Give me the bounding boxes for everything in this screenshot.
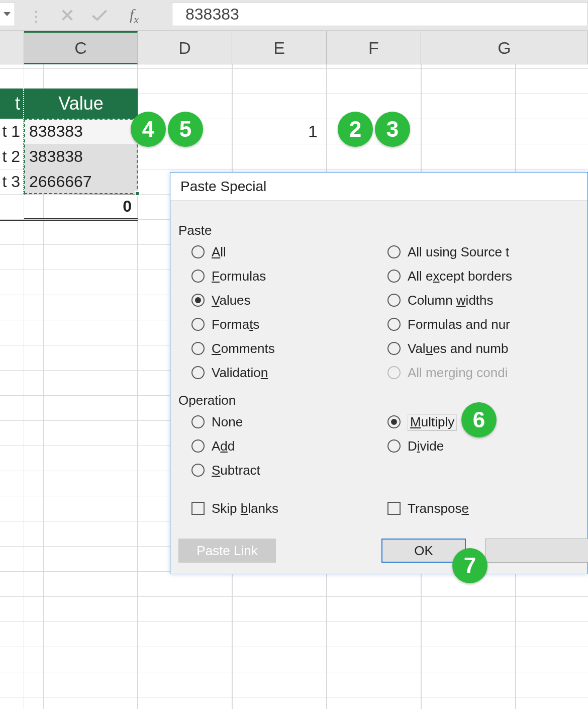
radio-multiply[interactable]: Multiply — [387, 413, 457, 431]
radio-icon — [387, 366, 401, 379]
radio-formulas-and-number-formats[interactable]: Formulas and nur — [387, 315, 510, 333]
radio-icon — [191, 439, 205, 453]
column-headers: C D E F G — [0, 31, 588, 64]
checkbox-icon — [387, 502, 401, 515]
radio-all[interactable]: All — [191, 243, 226, 261]
radio-icon — [387, 342, 401, 355]
callout-badge-5: 5 — [168, 112, 203, 147]
radio-values-and-number-formats[interactable]: Values and numb — [387, 339, 508, 358]
formula-input[interactable]: 838383 — [172, 2, 588, 26]
formula-bar: ⋮ fx 838383 — [0, 0, 588, 31]
cell-b1[interactable]: t 1 — [0, 119, 24, 144]
radio-add[interactable]: Add — [191, 437, 235, 455]
cell-c-total[interactable]: 0 — [24, 194, 138, 219]
fx-x: x — [134, 13, 139, 26]
radio-comments[interactable]: Comments — [191, 339, 275, 358]
radio-values[interactable]: Values — [191, 291, 251, 309]
cell-e1[interactable]: 1 — [232, 119, 327, 144]
radio-icon — [387, 439, 401, 453]
separator: ⋮ — [29, 8, 43, 25]
cell-c1[interactable]: 838383 — [24, 119, 138, 144]
radio-formulas[interactable]: Formulas — [191, 267, 266, 285]
radio-icon — [191, 464, 205, 477]
callout-badge-2: 2 — [338, 112, 373, 147]
callout-badge-7: 7 — [452, 548, 487, 583]
callout-badge-4: 4 — [131, 112, 166, 147]
radio-icon — [191, 415, 205, 428]
total-underline — [0, 220, 138, 222]
radio-icon — [191, 366, 205, 379]
radio-all-except-borders[interactable]: All except borders — [387, 267, 512, 285]
callout-badge-3: 3 — [375, 112, 410, 147]
col-header-e[interactable]: E — [232, 31, 327, 64]
cell-c3[interactable]: 2666667 — [24, 169, 138, 194]
dialog-title: Paste Special — [170, 172, 587, 201]
group-label-operation: Operation — [178, 393, 236, 408]
table-header-b: t — [0, 88, 24, 119]
radio-formats[interactable]: Formats — [191, 315, 259, 333]
radio-icon — [191, 294, 205, 307]
cell-c2[interactable]: 383838 — [24, 144, 138, 169]
radio-all-merging-conditional: All merging condi — [387, 364, 508, 382]
checkbox-transpose[interactable]: Transpose — [387, 499, 469, 517]
table-header-c: Value — [24, 88, 138, 119]
radio-validation[interactable]: Validation — [191, 364, 268, 382]
col-header-d[interactable]: D — [138, 31, 232, 64]
radio-icon — [387, 294, 401, 307]
radio-icon — [387, 270, 401, 283]
formula-value: 838383 — [185, 5, 239, 24]
confirm-icon[interactable] — [88, 5, 111, 25]
radio-divide[interactable]: Divide — [387, 437, 444, 455]
chevron-down-icon — [4, 12, 11, 16]
checkbox-skip-blanks[interactable]: Skip blanks — [191, 499, 278, 517]
radio-icon — [191, 245, 205, 258]
col-header-c[interactable]: C — [24, 31, 138, 64]
cancel-icon[interactable] — [56, 5, 78, 25]
radio-none[interactable]: None — [191, 413, 243, 431]
fill-handle[interactable] — [135, 191, 140, 196]
paste-link-button: Paste Link — [178, 539, 276, 563]
fx-icon[interactable]: fx — [130, 6, 139, 26]
radio-icon — [387, 245, 401, 258]
callout-badge-6: 6 — [461, 402, 497, 437]
checkbox-icon — [191, 502, 205, 515]
radio-icon — [387, 415, 401, 428]
name-box[interactable] — [0, 2, 15, 26]
col-header-b[interactable] — [0, 31, 24, 64]
radio-icon — [191, 318, 205, 331]
group-label-paste: Paste — [178, 223, 212, 238]
radio-subtract[interactable]: Subtract — [191, 461, 260, 479]
cell-b3[interactable]: t 3 — [0, 169, 24, 194]
col-header-g[interactable]: G — [421, 31, 588, 64]
radio-icon — [387, 318, 401, 331]
cell-b2[interactable]: t 2 — [0, 144, 24, 169]
radio-column-widths[interactable]: Column widths — [387, 291, 494, 309]
col-header-f[interactable]: F — [327, 31, 421, 64]
radio-all-source-theme[interactable]: All using Source t — [387, 243, 509, 261]
radio-icon — [191, 270, 205, 283]
paste-special-dialog: Paste Special Paste All Formulas Values … — [170, 172, 588, 574]
cancel-button[interactable] — [485, 539, 588, 563]
radio-icon — [191, 342, 205, 355]
